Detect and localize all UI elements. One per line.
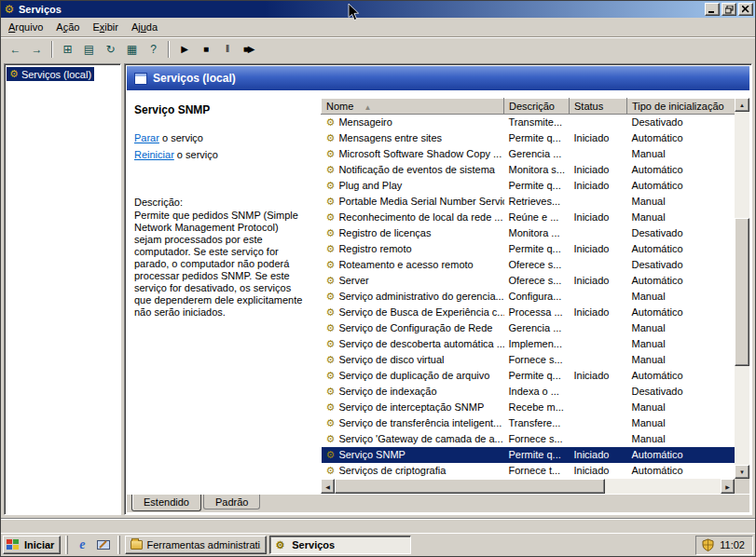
- restart-service-button[interactable]: ■▶: [238, 39, 259, 60]
- toolbar-separator: [51, 41, 53, 58]
- taskbar-divider: [117, 536, 120, 554]
- service-row[interactable]: ⚙Serviço de Configuração de RedeGerencia…: [322, 320, 735, 336]
- scroll-right-icon[interactable]: ▶: [721, 479, 735, 494]
- tree-item-services-local[interactable]: ⚙ Serviços (local): [7, 67, 94, 81]
- description-text: Permite que pedidos SNMP (Simple Network…: [134, 210, 311, 319]
- task-label: Serviços: [292, 539, 335, 550]
- tree-item-label: Serviços (local): [21, 69, 91, 80]
- toolbar: ←→⊞▤↻▦?▶■‖■▶: [1, 36, 755, 61]
- services-list-area: Nome ▲DescriçãoStatusTipo de inicializaç…: [321, 90, 749, 494]
- clock: 11:02: [720, 539, 745, 550]
- service-row[interactable]: ⚙Serviço de disco virtualFornece s...Man…: [322, 352, 735, 368]
- service-row[interactable]: ⚙Serviços de criptografiaFornece t...Ini…: [322, 463, 735, 479]
- service-row[interactable]: ⚙Serviço de Busca de Experiência c...Pro…: [322, 305, 735, 320]
- start-button[interactable]: Iniciar: [3, 536, 61, 554]
- services-node-icon: ⚙: [9, 68, 19, 80]
- tab-estendido[interactable]: Estendido: [131, 495, 201, 511]
- menu-arquivo[interactable]: Arquivo: [2, 19, 49, 35]
- service-row[interactable]: ⚙Registro de licençasMonitora ...Desativ…: [322, 225, 735, 241]
- horizontal-scroll-thumb[interactable]: [335, 479, 605, 494]
- tab-padrao[interactable]: Padrão: [203, 495, 260, 509]
- taskbar-task-servicos[interactable]: Serviços: [269, 536, 411, 554]
- services-app-icon: ⚙: [3, 3, 16, 16]
- taskbar-tasks: Ferramentas administrati...Serviços: [125, 536, 411, 554]
- service-gear-icon: ⚙: [326, 243, 336, 254]
- scroll-down-icon[interactable]: ▼: [735, 465, 749, 479]
- start-service-button[interactable]: ▶: [173, 39, 195, 60]
- service-row[interactable]: ⚙Serviço de transferência inteligent...T…: [322, 415, 735, 431]
- taskbar-divider: [65, 536, 68, 554]
- refresh-button[interactable]: ↻: [100, 39, 121, 60]
- taskbar: Iniciar e Ferramentas administrati...Ser…: [1, 533, 755, 556]
- show-hide-console-tree-button[interactable]: ⊞: [57, 39, 78, 60]
- export-list-button[interactable]: ▦: [121, 39, 143, 60]
- stop-service-action: Parar o serviço: [134, 131, 311, 145]
- start-button-label: Iniciar: [24, 539, 54, 550]
- internet-explorer-icon[interactable]: e: [73, 536, 91, 554]
- content-header: Serviços (local): [127, 66, 749, 90]
- forward-button[interactable]: →: [26, 39, 48, 60]
- restart-service-link[interactable]: Reiniciar: [134, 149, 174, 160]
- scroll-up-icon[interactable]: ▲: [735, 98, 749, 112]
- gear-icon: [275, 539, 284, 551]
- service-row[interactable]: ⚙Serviço de descoberta automática ...Imp…: [322, 336, 735, 352]
- console-tree: ⚙ Serviços (local): [4, 63, 121, 515]
- service-gear-icon: ⚙: [326, 417, 336, 428]
- column-header-descricao[interactable]: Descrição: [504, 99, 570, 115]
- security-shield-icon[interactable]: [702, 538, 714, 551]
- properties-button[interactable]: ▤: [78, 39, 100, 60]
- tabs-strip: EstendidoPadrão: [127, 494, 749, 512]
- service-row[interactable]: ⚙Plug and PlayPermite q...IniciadoAutomá…: [322, 178, 735, 194]
- service-gear-icon: ⚙: [326, 322, 336, 333]
- service-row[interactable]: ⚙Mensagens entre sitesPermite q...Inicia…: [322, 130, 735, 146]
- column-header-tipo-de-inicializacao[interactable]: Tipo de inicialização: [627, 99, 735, 115]
- column-header-status[interactable]: Status: [570, 99, 627, 115]
- help-button[interactable]: ?: [143, 39, 164, 60]
- task-label: Ferramentas administrati...: [146, 539, 261, 550]
- service-row[interactable]: ⚙MensageiroTransmite...Desativado: [322, 115, 735, 130]
- horizontal-scrollbar[interactable]: ◀ ▶: [321, 479, 735, 494]
- stop-service-link[interactable]: Parar: [134, 132, 159, 143]
- service-gear-icon: ⚙: [326, 370, 336, 381]
- desktop: ⚙ Serviços ArquivoAçãoExibirAjuda ←→⊞▤↻▦…: [0, 0, 756, 557]
- service-row[interactable]: ⚙Reconhecimento de local da rede ...Reún…: [322, 210, 735, 225]
- scrollbar-corner: [735, 479, 749, 494]
- horizontal-scroll-track[interactable]: [335, 479, 721, 494]
- menu-ajuda[interactable]: Ajuda: [125, 19, 164, 35]
- menu-acao[interactable]: Ação: [49, 19, 86, 35]
- service-row[interactable]: ⚙ServerOferece s...IniciadoAutomático: [322, 273, 735, 289]
- service-row[interactable]: ⚙Serviço administrativo do gerencia...Co…: [322, 289, 735, 305]
- column-header-nome[interactable]: Nome ▲: [322, 99, 504, 115]
- vertical-scroll-thumb[interactable]: [735, 218, 749, 366]
- service-row[interactable]: ⚙Roteamento e acesso remotoOferece s...D…: [322, 257, 735, 273]
- service-row[interactable]: ⚙Notificação de eventos de sistemaMonito…: [322, 162, 735, 178]
- service-gear-icon: ⚙: [326, 227, 336, 238]
- menu-exibir[interactable]: Exibir: [86, 19, 125, 35]
- vertical-scrollbar[interactable]: ▲ ▼: [735, 98, 749, 479]
- service-row[interactable]: ⚙Serviço 'Gateway de camada de a...Forne…: [322, 431, 735, 447]
- taskbar-task-ferramentas-administrati[interactable]: Ferramentas administrati...: [125, 536, 267, 554]
- back-button[interactable]: ←: [5, 39, 26, 60]
- service-gear-icon: ⚙: [326, 291, 336, 302]
- service-row[interactable]: ⚙Serviço SNMPPermite q...IniciadoAutomát…: [322, 447, 735, 463]
- stop-service-button[interactable]: ■: [195, 39, 216, 60]
- vertical-scroll-track[interactable]: [735, 112, 749, 465]
- toolbar-separator: [168, 41, 170, 58]
- minimize-button[interactable]: [705, 3, 720, 16]
- close-button[interactable]: [738, 3, 753, 16]
- main-area: ⚙ Serviços (local) Serviços (local) Serv…: [1, 61, 755, 518]
- service-row[interactable]: ⚙Microsoft Software Shadow Copy ...Geren…: [322, 146, 735, 162]
- scroll-left-icon[interactable]: ◀: [321, 479, 335, 494]
- pause-service-button[interactable]: ‖: [216, 39, 238, 60]
- service-gear-icon: ⚙: [326, 180, 336, 191]
- service-row[interactable]: ⚙Registro remotoPermite q...IniciadoAuto…: [322, 241, 735, 257]
- services-table-body: ⚙MensageiroTransmite...Desativado⚙Mensag…: [322, 115, 735, 479]
- service-row[interactable]: ⚙Portable Media Serial Number ServiceRet…: [322, 194, 735, 210]
- service-row[interactable]: ⚙Serviço de interceptação SNMPRecebe m..…: [322, 400, 735, 415]
- restore-button[interactable]: [722, 3, 736, 16]
- show-desktop-icon[interactable]: [94, 536, 113, 554]
- service-gear-icon: ⚙: [326, 275, 336, 286]
- service-row[interactable]: ⚙Serviço de indexaçãoIndexa o ...Desativ…: [322, 384, 735, 400]
- service-row[interactable]: ⚙Serviço de duplicação de arquivoPermite…: [322, 368, 735, 384]
- service-gear-icon: ⚙: [326, 148, 336, 159]
